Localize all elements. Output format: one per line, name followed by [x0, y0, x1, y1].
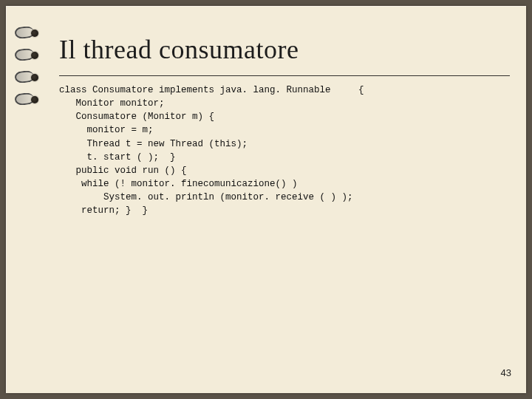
slide-page: Il thread consumatore class Consumatore …	[6, 6, 526, 393]
page-number: 43	[501, 367, 511, 378]
spiral-binding	[13, 6, 41, 393]
horizontal-rule	[59, 75, 510, 76]
slide-title: Il thread consumatore	[59, 34, 510, 65]
slide-content: Il thread consumatore class Consumatore …	[59, 34, 510, 217]
code-block: class Consumatore implements java. lang.…	[59, 83, 510, 217]
